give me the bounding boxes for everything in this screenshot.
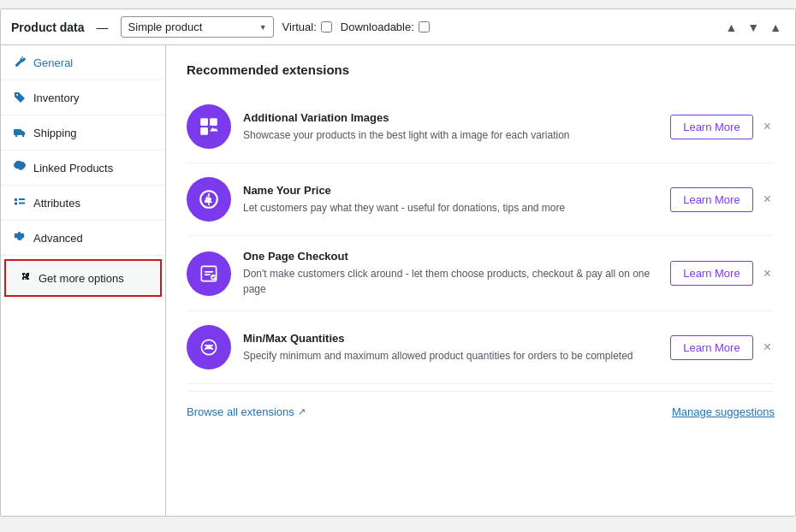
learn-more-btn-additional-variation-images[interactable]: Learn More [670,115,752,139]
svg-rect-8 [210,118,217,126]
collapse-up-button[interactable]: ▲ [722,19,740,36]
ext-info-additional-variation-images: Additional Variation Images Showcase you… [243,111,658,143]
panel-body: General Inventory Shipping Linked Produc… [1,45,795,516]
footer-links: Browse all extensions ↗ Manage suggestio… [187,391,775,422]
sidebar-label-general: General [33,56,73,69]
ext-desc-additional-variation-images: Showcase your products in the best light… [243,127,658,143]
downloadable-label: Downloadable: [341,21,414,33]
ext-icon-one-page-checkout [187,251,231,296]
svg-point-1 [15,135,17,137]
ext-desc-name-your-price: Let customers pay what they want - usefu… [243,200,658,216]
ext-info-min-max-quantities: Min/Max Quantities Specify minimum and m… [243,332,658,364]
ext-name-additional-variation-images: Additional Variation Images [243,111,658,124]
sidebar-item-get-more-options[interactable]: Get more options [4,259,162,297]
tag-icon [13,91,27,104]
external-link-icon: ↗ [298,406,306,417]
dismiss-btn-one-page-checkout[interactable]: × [760,264,775,283]
sidebar-label-advanced: Advanced [33,232,83,245]
ext-icon-name-your-price: $ [187,177,231,222]
ext-icon-additional-variation-images [187,104,231,149]
ext-info-one-page-checkout: One Page Checkout Don't make customers c… [243,250,658,297]
sidebar-item-general[interactable]: General [1,45,165,80]
list-icon [13,196,27,210]
sidebar-label-get-more-options: Get more options [39,272,124,285]
virtual-checkbox[interactable] [321,21,332,33]
svg-rect-7 [200,118,208,126]
ext-actions-additional-variation-images: Learn More × [670,115,775,139]
ext-desc-min-max-quantities: Specify minimum and maximum allowed prod… [243,348,658,364]
wrench-icon [13,56,27,69]
dismiss-btn-min-max-quantities[interactable]: × [760,338,775,357]
sidebar-label-attributes: Attributes [33,197,80,210]
main-content: Recommended extensions Additional Variat… [166,45,795,516]
virtual-checkbox-group[interactable]: Virtual: [282,21,332,33]
downloadable-checkbox-group[interactable]: Downloadable: [341,21,430,33]
svg-rect-3 [15,198,17,201]
dismiss-btn-name-your-price[interactable]: × [760,190,775,209]
collapse-down-button[interactable]: ▼ [744,19,763,36]
panel-controls: ▲ ▼ ▲ [722,19,785,36]
product-data-panel: Product data — Simple product Variable p… [0,9,796,517]
extension-item-one-page-checkout: One Page Checkout Don't make customers c… [187,236,775,311]
ext-name-min-max-quantities: Min/Max Quantities [243,332,658,345]
sidebar-label-inventory: Inventory [33,92,79,104]
sidebar-item-shipping[interactable]: Shipping [1,115,165,151]
learn-more-btn-min-max-quantities[interactable]: Learn More [670,335,752,360]
sidebar-label-linked-products: Linked Products [33,162,113,174]
ext-name-one-page-checkout: One Page Checkout [243,250,658,263]
sidebar-item-inventory[interactable]: Inventory [1,80,165,115]
sidebar: General Inventory Shipping Linked Produc… [1,45,166,516]
panel-header: Product data — Simple product Variable p… [1,9,795,45]
svg-rect-6 [19,203,25,204]
puzzle-icon [18,271,32,285]
sidebar-label-shipping: Shipping [33,127,77,139]
panel-title: Product data [11,21,85,34]
dismiss-btn-additional-variation-images[interactable]: × [760,117,775,136]
svg-point-2 [22,135,24,137]
sidebar-item-attributes[interactable]: Attributes [1,186,165,221]
downloadable-checkbox[interactable] [419,21,430,33]
extension-item-additional-variation-images: Additional Variation Images Showcase you… [187,91,775,163]
svg-text:$: $ [206,194,211,203]
ext-info-name-your-price: Name Your Price Let customers pay what t… [243,184,658,216]
svg-rect-9 [200,127,208,135]
svg-rect-4 [19,198,25,200]
sidebar-item-linked-products[interactable]: Linked Products [1,151,165,186]
ext-icon-min-max-quantities [187,325,231,369]
sidebar-item-advanced[interactable]: Advanced [1,221,165,256]
virtual-label: Virtual: [282,21,317,33]
expand-button[interactable]: ▲ [766,19,785,36]
learn-more-btn-name-your-price[interactable]: Learn More [670,187,752,212]
link-icon [13,161,27,174]
dash-separator: — [97,21,109,34]
ext-desc-one-page-checkout: Don't make customers click around - let … [243,266,658,297]
learn-more-btn-one-page-checkout[interactable]: Learn More [670,261,752,286]
browse-all-extensions-link[interactable]: Browse all extensions ↗ [187,405,306,418]
ext-actions-name-your-price: Learn More × [670,187,775,212]
extension-item-name-your-price: $ Name Your Price Let customers pay what… [187,163,775,236]
ext-actions-min-max-quantities: Learn More × [670,335,775,360]
extension-item-min-max-quantities: Min/Max Quantities Specify minimum and m… [187,311,775,384]
svg-rect-5 [15,203,17,205]
manage-suggestions-link[interactable]: Manage suggestions [672,405,775,418]
product-type-select[interactable]: Simple product Variable product Grouped … [121,16,274,38]
truck-icon [13,126,27,139]
svg-rect-0 [14,129,21,135]
gear-icon [13,231,27,245]
product-type-wrapper: Simple product Variable product Grouped … [121,16,274,38]
ext-actions-one-page-checkout: Learn More × [670,261,775,286]
ext-name-name-your-price: Name Your Price [243,184,658,197]
svg-point-10 [212,128,215,131]
section-title: Recommended extensions [187,62,775,77]
